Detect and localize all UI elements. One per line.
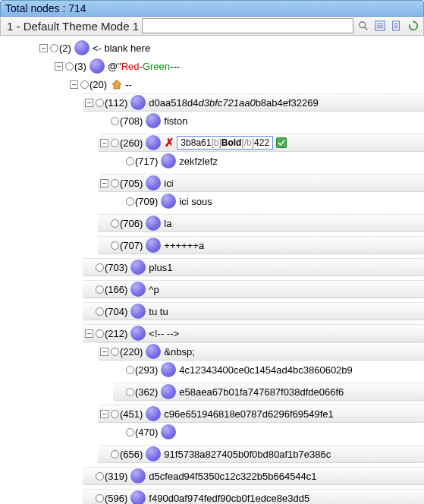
- node-sphere-icon[interactable]: [74, 40, 90, 55]
- node-id: (362): [135, 386, 158, 398]
- node-sphere-icon[interactable]: [130, 468, 146, 484]
- node-id: (3): [74, 61, 86, 72]
- tree-node: − (705) ici: [0, 174, 424, 192]
- radio[interactable]: [50, 44, 58, 52]
- delete-x-icon[interactable]: ✗: [164, 137, 174, 148]
- radio[interactable]: [126, 197, 134, 206]
- svg-point-0: [360, 22, 366, 28]
- node-sphere-icon[interactable]: [130, 304, 146, 319]
- node-label[interactable]: d5cfead94f5350c12c322b5b664544c1: [149, 471, 316, 482]
- node-edit-input[interactable]: 3b8a61[b]Bold[/b]422: [177, 136, 273, 150]
- node-sphere-icon[interactable]: [130, 260, 146, 275]
- radio[interactable]: [80, 80, 89, 89]
- node-sphere-icon[interactable]: [130, 282, 146, 297]
- node-label[interactable]: --: [125, 79, 132, 90]
- list-icon[interactable]: [373, 19, 387, 33]
- radio[interactable]: [96, 494, 104, 502]
- node-id: (20): [90, 79, 107, 90]
- node-sphere-icon[interactable]: [130, 326, 146, 341]
- node-label[interactable]: 91f5738a827405b0f0bd80af1b7e386c: [164, 449, 331, 460]
- node-label[interactable]: &nbsp;: [164, 346, 194, 358]
- tree-node: (706) la: [0, 214, 424, 232]
- node-sphere-icon[interactable]: [146, 113, 161, 128]
- node-label[interactable]: zekfzlefz: [179, 156, 218, 167]
- radio[interactable]: [111, 410, 119, 418]
- radio[interactable]: [96, 329, 104, 338]
- radio[interactable]: [96, 263, 104, 272]
- node-sphere-icon[interactable]: [146, 406, 161, 421]
- radio[interactable]: [111, 348, 119, 356]
- node-sphere-icon[interactable]: [90, 58, 105, 74]
- radio[interactable]: [126, 157, 134, 165]
- node-sphere-icon[interactable]: [161, 424, 176, 439]
- node-label[interactable]: ici: [164, 178, 173, 189]
- node-id: (717): [135, 156, 158, 167]
- radio[interactable]: [96, 307, 104, 316]
- node-sphere-icon[interactable]: [146, 344, 161, 359]
- node-id: (212): [105, 328, 127, 339]
- node-label[interactable]: 4c12343400ce0c1454ad4bc3860602b9: [179, 364, 352, 376]
- node-sphere-icon[interactable]: [161, 362, 176, 377]
- node-sphere-icon[interactable]: [161, 153, 176, 169]
- node-label[interactable]: c96e651946818e0787d6296f69549fe1: [164, 408, 333, 420]
- radio[interactable]: [65, 62, 74, 71]
- node-label[interactable]: e58aea67b01fa747687f038dfde066f6: [179, 386, 344, 398]
- header-bar: Total nodes : 714: [0, 0, 424, 17]
- node-label[interactable]: <- blank here: [93, 43, 150, 54]
- expander[interactable]: −: [100, 348, 108, 356]
- node-sphere-icon[interactable]: [146, 135, 161, 150]
- total-nodes-label: Total nodes : 714: [5, 2, 86, 14]
- node-sphere-icon[interactable]: [161, 194, 176, 209]
- node-label[interactable]: d0aa518d4d3bfc721aa0b8ab4ef32269: [149, 97, 318, 109]
- node-label[interactable]: f490d0af974fedf90cb0f1edce8e3dd5: [149, 493, 309, 504]
- radio[interactable]: [96, 472, 104, 480]
- radio[interactable]: [96, 285, 104, 294]
- radio[interactable]: [111, 241, 119, 250]
- node-label[interactable]: plus1: [149, 262, 172, 273]
- radio[interactable]: [126, 388, 134, 396]
- expander[interactable]: −: [55, 62, 63, 71]
- node-sphere-icon[interactable]: [130, 95, 146, 110]
- radio[interactable]: [111, 179, 119, 187]
- tree-node: − (451) c96e651946818e0787d6296f69549fe1: [0, 405, 424, 423]
- node-label[interactable]: <!-- -->: [149, 328, 179, 339]
- node-label[interactable]: ++++++a: [164, 240, 204, 251]
- radio[interactable]: [96, 99, 104, 107]
- expander[interactable]: −: [70, 80, 78, 89]
- tree-node: (293) 4c12343400ce0c1454ad4bc3860602b9: [0, 361, 424, 379]
- node-label[interactable]: @"Red-Green---: [108, 61, 180, 72]
- node-sphere-icon[interactable]: [146, 216, 161, 231]
- node-id: (709): [135, 196, 158, 207]
- node-label[interactable]: ^p: [149, 284, 159, 295]
- expander[interactable]: −: [85, 329, 93, 338]
- node-id: (220): [120, 346, 143, 358]
- node-label[interactable]: ici sous: [179, 196, 212, 207]
- search-icon[interactable]: [356, 19, 370, 33]
- expander[interactable]: −: [85, 99, 93, 107]
- search-input[interactable]: [142, 18, 353, 33]
- node-sphere-icon[interactable]: [146, 175, 161, 191]
- doc-icon[interactable]: [390, 19, 404, 33]
- expander[interactable]: −: [100, 179, 108, 187]
- expander[interactable]: −: [39, 44, 48, 52]
- expander[interactable]: −: [100, 139, 108, 147]
- radio[interactable]: [126, 428, 134, 436]
- radio[interactable]: [111, 450, 119, 458]
- node-sphere-icon[interactable]: [130, 490, 146, 504]
- radio[interactable]: [126, 366, 134, 374]
- node-sphere-icon[interactable]: [146, 238, 161, 253]
- node-sphere-icon[interactable]: [146, 446, 161, 461]
- expander[interactable]: −: [100, 410, 108, 418]
- radio[interactable]: [111, 219, 119, 228]
- refresh-icon[interactable]: [407, 19, 420, 33]
- node-sphere-icon[interactable]: [161, 384, 176, 399]
- node-label[interactable]: fiston: [164, 115, 187, 127]
- confirm-icon[interactable]: [276, 137, 287, 148]
- tree-node: (704) tu tu: [0, 302, 424, 320]
- node-label[interactable]: la: [164, 218, 171, 229]
- node-id: (708): [120, 115, 143, 127]
- radio[interactable]: [111, 139, 119, 147]
- node-label[interactable]: tu tu: [149, 306, 168, 317]
- tree-node: (470): [0, 423, 424, 441]
- radio[interactable]: [111, 117, 119, 125]
